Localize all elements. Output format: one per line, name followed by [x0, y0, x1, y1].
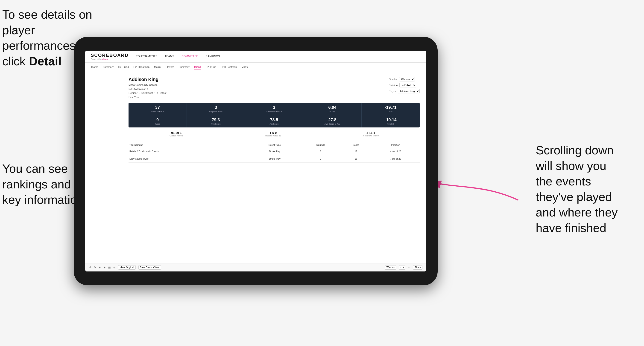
player-select[interactable]: Addison King: [398, 89, 420, 93]
top-nav: SCOREBOARD Powered by clippd TOURNAMENTS…: [85, 51, 426, 63]
avg-sg-label: Avg SG: [363, 123, 418, 125]
national-rank-label: National Rank: [130, 110, 185, 113]
stat-avg-score-to-par: 27.8 Avg Score to Par: [303, 115, 362, 128]
tool3-icon[interactable]: ▤: [108, 266, 110, 269]
event1-score: 17: [340, 148, 372, 155]
subnav-h2h-grid[interactable]: H2H Grid: [118, 65, 129, 69]
points-label: Points: [305, 110, 360, 113]
conference-rank-label: Conference Rank: [246, 110, 302, 113]
event2-position: 7 out of 20: [372, 155, 420, 163]
gender-select[interactable]: Women: [399, 77, 415, 81]
view-original-button[interactable]: View: Original: [118, 265, 136, 270]
stat-wins: 0 Wins: [128, 115, 187, 128]
bottom-toolbar: ↺ ↻ ⊕ ⊕ ▤ ⊙ View: Original Save Custom V…: [85, 263, 426, 271]
main-content: Addison King Mesa Community College NJCA…: [85, 71, 426, 263]
records-row: 91-20-1 Overall Record 1-5-0 Record vs t…: [128, 129, 420, 139]
nav-teams[interactable]: TEAMS: [165, 54, 174, 59]
stat-points: 6.04 Points: [303, 103, 362, 115]
redo-icon[interactable]: ↻: [94, 266, 96, 269]
tool2-icon[interactable]: ⊕: [104, 266, 106, 269]
division-select[interactable]: NJCAA I: [400, 83, 416, 87]
events-table: Tournament Event Type Rounds Score Posit…: [128, 142, 420, 163]
view-original-label: View: Original: [120, 266, 134, 269]
tablet-screen: SCOREBOARD Powered by clippd TOURNAMENTS…: [85, 51, 426, 271]
avg-sg-value: -10.14: [363, 118, 418, 122]
adj-score-label: Adj Score: [246, 123, 302, 125]
record-top50-label: Record vs top 50: [363, 135, 379, 137]
player-division: NJCAA Division 1: [128, 87, 166, 91]
avg-score-label: Avg Score: [188, 123, 244, 125]
logo-powered: Powered by clippd: [91, 58, 128, 60]
nav-committee[interactable]: COMMITTEE: [182, 54, 198, 59]
wins-value: 0: [130, 118, 185, 122]
gender-label: Gender: [389, 78, 397, 81]
subnav-matrix2[interactable]: Matrix: [242, 65, 248, 69]
event1-tournament: Estella CC- Mountain Classic: [128, 148, 248, 155]
player-detail: Addison King Mesa Community College NJCA…: [122, 71, 426, 263]
sos-value: -19.71: [363, 105, 418, 110]
window-button[interactable]: □ ▾: [399, 265, 406, 270]
table-row: Estella CC- Mountain Classic Stroke Play…: [128, 148, 420, 155]
subnav-matrix[interactable]: Matrix: [154, 65, 161, 69]
clock-icon[interactable]: ⊙: [113, 266, 116, 269]
undo-icon[interactable]: ↺: [89, 266, 91, 269]
record-top50-value: 5-11-1: [363, 131, 379, 135]
stats-row-1: 37 National Rank 3 Regional Rank 3 Confe…: [128, 103, 420, 115]
tablet: SCOREBOARD Powered by clippd TOURNAMENTS…: [74, 37, 438, 285]
window-icon: □ ▾: [400, 266, 404, 269]
record-top25: 1-5-0 Record vs top 25: [265, 131, 281, 137]
player-selectors: Gender Women Division NJCAA I: [389, 77, 420, 93]
sos-label: SoS: [363, 110, 418, 113]
col-event-type: Event Type: [248, 142, 301, 148]
logo-area: SCOREBOARD Powered by clippd: [91, 53, 128, 60]
save-custom-view-label: Save Custom View: [140, 266, 160, 269]
save-custom-view-button[interactable]: Save Custom View: [138, 265, 161, 270]
subnav-h2h-heatmap2[interactable]: H2H Heatmap: [221, 65, 237, 69]
expand-icon[interactable]: ⤢: [408, 266, 410, 269]
event2-type: Stroke Play: [248, 155, 301, 163]
avg-score-to-par-value: 27.8: [305, 118, 360, 122]
subnav-summary2[interactable]: Summary: [179, 65, 190, 69]
sub-nav: Teams Summary H2H Grid H2H Heatmap Matri…: [85, 63, 426, 71]
event1-type: Stroke Play: [248, 148, 301, 155]
subnav-h2h-grid2[interactable]: H2H Grid: [206, 65, 216, 69]
share-button[interactable]: Share: [413, 265, 422, 270]
stat-conference-rank: 3 Conference Rank: [245, 103, 303, 115]
stat-regional-rank: 3 Regional Rank: [187, 103, 245, 115]
col-rounds: Rounds: [301, 142, 340, 148]
sidebar: [85, 71, 122, 263]
player-name: Addison King: [128, 77, 166, 82]
subnav-teams[interactable]: Teams: [91, 65, 98, 69]
player-header: Addison King Mesa Community College NJCA…: [128, 77, 420, 99]
stats-grid: 37 National Rank 3 Regional Rank 3 Confe…: [128, 103, 420, 128]
annotation-right: Scrolling down will show you the events …: [536, 143, 642, 236]
nav-tournaments[interactable]: TOURNAMENTS: [136, 54, 157, 59]
stat-adj-score: 78.5 Adj Score: [245, 115, 303, 128]
player-year: First Year: [128, 95, 166, 99]
record-overall-value: 91-20-1: [170, 131, 183, 135]
event1-rounds: 2: [301, 148, 340, 155]
event2-score: 16: [340, 155, 372, 163]
record-overall-label: Overall Record: [170, 135, 183, 137]
nav-rankings[interactable]: RANKINGS: [206, 54, 220, 59]
tool1-icon[interactable]: ⊕: [98, 266, 101, 269]
conference-rank-value: 3: [246, 105, 302, 110]
record-overall: 91-20-1 Overall Record: [170, 131, 183, 137]
subnav-players[interactable]: Players: [166, 65, 174, 69]
top-nav-items: TOURNAMENTS TEAMS COMMITTEE RANKINGS: [136, 54, 220, 59]
avg-score-to-par-label: Avg Score to Par: [305, 123, 360, 125]
regional-rank-value: 3: [188, 105, 244, 110]
division-label: Division: [389, 84, 398, 86]
adj-score-value: 78.5: [246, 118, 302, 122]
record-top50: 5-11-1 Record vs top 50: [363, 131, 379, 137]
watch-button[interactable]: Watch ▾: [385, 265, 396, 270]
subnav-summary[interactable]: Summary: [103, 65, 114, 69]
col-score: Score: [340, 142, 372, 148]
stat-avg-sg: -10.14 Avg SG: [362, 115, 420, 128]
stat-national-rank: 37 National Rank: [128, 103, 187, 115]
table-row: Lady Coyote Invite Stroke Play 2 16 7 ou…: [128, 155, 420, 163]
player-college: Mesa Community College: [128, 83, 166, 87]
subnav-h2h-heatmap[interactable]: H2H Heatmap: [133, 65, 150, 69]
subnav-detail[interactable]: Detail: [194, 64, 201, 69]
share-label: Share: [414, 266, 421, 269]
